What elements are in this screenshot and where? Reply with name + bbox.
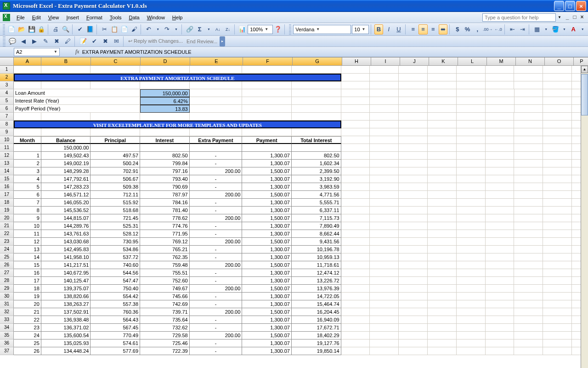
cell-empty[interactable] xyxy=(292,105,341,113)
menu-edit[interactable]: Edit xyxy=(28,13,45,22)
cell-empty[interactable] xyxy=(543,277,572,285)
table-cell[interactable]: 554.42 xyxy=(90,293,140,300)
track-changes-button[interactable]: 📝 xyxy=(78,36,88,46)
cell-empty[interactable] xyxy=(486,347,514,355)
cell-empty[interactable] xyxy=(399,332,428,339)
menu-tools[interactable]: Tools xyxy=(106,13,125,22)
cell-empty[interactable] xyxy=(242,97,292,105)
col-header-C[interactable]: C xyxy=(91,58,141,66)
table-cell[interactable]: 6 xyxy=(14,191,41,199)
fill-color-button[interactable]: 🪣 xyxy=(551,24,560,34)
table-cell[interactable]: 500.24 xyxy=(90,160,140,167)
autosum-dropdown-icon[interactable]: ▼ xyxy=(205,24,212,34)
new-button[interactable]: 📄 xyxy=(7,24,16,34)
table-cell[interactable]: 1,300.07 xyxy=(242,183,292,191)
table-cell[interactable]: 4,771.56 xyxy=(292,191,341,199)
row-header-5[interactable]: 5 xyxy=(0,97,14,105)
table-cell[interactable]: 5 xyxy=(14,183,41,191)
cell-empty[interactable] xyxy=(399,144,428,152)
table-cell[interactable]: 23 xyxy=(14,324,41,332)
cell-empty[interactable] xyxy=(428,285,457,293)
cell-empty[interactable] xyxy=(341,214,370,222)
cell-empty[interactable] xyxy=(428,199,457,207)
cell-empty[interactable] xyxy=(399,152,428,160)
borders-button[interactable]: ▦ xyxy=(532,24,542,34)
cell-empty[interactable] xyxy=(486,89,514,97)
table-cell[interactable]: 134,448.24 xyxy=(41,347,91,355)
table-cell[interactable]: 1,602.34 xyxy=(292,160,341,167)
cell-empty[interactable] xyxy=(428,214,457,222)
cell-empty[interactable] xyxy=(514,285,543,293)
cell-empty[interactable] xyxy=(90,66,140,74)
table-cell[interactable]: - xyxy=(190,207,243,214)
cell-empty[interactable] xyxy=(370,285,399,293)
cell-empty[interactable] xyxy=(140,128,190,136)
cell-empty[interactable] xyxy=(370,160,399,167)
cell-empty[interactable] xyxy=(514,316,543,324)
table-cell[interactable]: 755.51 xyxy=(140,269,190,277)
table-cell[interactable]: 17 xyxy=(14,277,41,285)
select-all-corner[interactable] xyxy=(0,58,14,66)
cell-empty[interactable] xyxy=(341,121,370,128)
cell-empty[interactable] xyxy=(399,308,428,316)
cell-empty[interactable] xyxy=(370,136,399,144)
cell-empty[interactable] xyxy=(428,269,457,277)
cell-empty[interactable] xyxy=(370,308,399,316)
spreadsheet-grid[interactable]: ABCDEFGHIJKLMNOP 12345678910111213141516… xyxy=(0,57,588,368)
zoom-combo[interactable]: 100%▼ xyxy=(248,25,272,34)
cell-empty[interactable] xyxy=(370,316,399,324)
cell-empty[interactable] xyxy=(292,66,341,74)
cell-empty[interactable] xyxy=(486,191,514,199)
excel-doc-icon[interactable] xyxy=(3,14,10,21)
help-search-input[interactable] xyxy=(482,13,556,22)
table-cell[interactable]: 17,672.71 xyxy=(292,324,341,332)
table-cell[interactable]: 3,983.59 xyxy=(292,183,341,191)
cell-empty[interactable] xyxy=(341,238,370,246)
cell-empty[interactable] xyxy=(486,97,514,105)
cell-empty[interactable] xyxy=(341,269,370,277)
cell-empty[interactable] xyxy=(341,183,370,191)
col-header-F[interactable]: F xyxy=(243,58,293,66)
table-cell[interactable]: 13,976.39 xyxy=(292,285,341,293)
cell-empty[interactable] xyxy=(457,324,486,332)
cell-empty[interactable] xyxy=(90,128,140,136)
table-cell[interactable]: 139,375.07 xyxy=(41,285,91,293)
table-cell[interactable]: 712.11 xyxy=(90,191,140,199)
cell-empty[interactable] xyxy=(399,269,428,277)
merge-center-button[interactable]: ⬌ xyxy=(439,24,448,34)
cell-empty[interactable] xyxy=(543,324,572,332)
table-cell[interactable]: 722.39 xyxy=(140,347,190,355)
table-cell[interactable]: 1,500.07 xyxy=(242,332,292,339)
cell-empty[interactable] xyxy=(399,238,428,246)
cell-empty[interactable] xyxy=(341,128,370,136)
cut-button[interactable]: ✂ xyxy=(100,24,109,34)
next-comment-button[interactable]: ▶ xyxy=(29,36,40,46)
row-header-17[interactable]: 17 xyxy=(0,191,14,199)
cell-empty[interactable] xyxy=(41,66,91,74)
row-header-27[interactable]: 27 xyxy=(0,269,14,277)
table-cell[interactable]: 787.97 xyxy=(140,191,190,199)
cell-empty[interactable] xyxy=(341,152,370,160)
cell-empty[interactable] xyxy=(543,121,572,128)
cell-empty[interactable] xyxy=(370,144,399,152)
param-value[interactable]: 150,000.00 xyxy=(140,89,190,97)
cell-empty[interactable] xyxy=(428,128,457,136)
cell-empty[interactable] xyxy=(543,238,572,246)
table-header[interactable]: Extra Payment xyxy=(190,136,243,144)
cell-empty[interactable] xyxy=(370,347,399,355)
cell-empty[interactable] xyxy=(457,136,486,144)
table-cell[interactable]: 518.68 xyxy=(90,207,140,214)
cell-empty[interactable] xyxy=(428,152,457,160)
cell-empty[interactable] xyxy=(370,300,399,308)
cell-empty[interactable] xyxy=(543,253,572,261)
table-cell[interactable]: 149,002.19 xyxy=(41,160,91,167)
hyperlink-button[interactable]: 🔗 xyxy=(185,24,194,34)
cell-empty[interactable] xyxy=(457,347,486,355)
cell-empty[interactable] xyxy=(399,160,428,167)
cell-empty[interactable] xyxy=(428,347,457,355)
cell-empty[interactable] xyxy=(399,191,428,199)
table-cell[interactable]: 135,600.54 xyxy=(41,332,91,339)
cell-empty[interactable] xyxy=(341,332,370,339)
cell-empty[interactable] xyxy=(341,74,370,81)
cell-empty[interactable] xyxy=(292,81,341,89)
